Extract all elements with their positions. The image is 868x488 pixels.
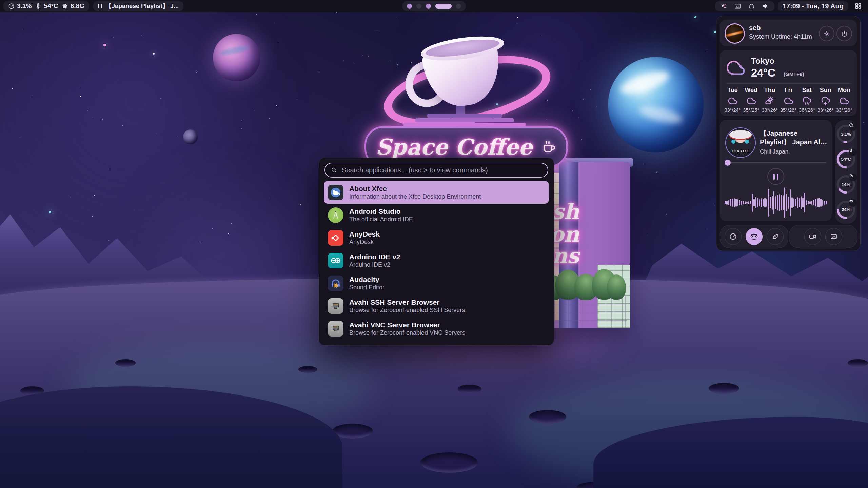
- dashboard-grid-icon: [854, 2, 862, 10]
- app-grid-button[interactable]: [852, 2, 865, 10]
- earth-planet: [608, 57, 704, 152]
- track-artist: Chill Japan.: [760, 148, 790, 155]
- eco-mode-button[interactable]: [767, 228, 784, 245]
- app-description: The official Android IDE: [349, 216, 413, 223]
- network-port-icon: [328, 298, 343, 314]
- gear-icon: [823, 30, 830, 37]
- system-gauges: 3.1% 54°C 14% 24%: [835, 120, 857, 224]
- pause-button[interactable]: [767, 168, 784, 185]
- small-moon: [183, 129, 198, 144]
- sun-cloud-icon: [765, 96, 775, 106]
- forecast-temps: 33°/24°: [724, 107, 741, 113]
- app-name: About Xfce: [349, 184, 481, 193]
- power-profile-switcher: [720, 225, 788, 248]
- purple-planet: [213, 34, 260, 81]
- coffee-cup-icon: [541, 139, 557, 155]
- notifications-bell-icon[interactable]: [748, 3, 755, 10]
- app-item-anydesk[interactable]: AnyDesk AnyDesk: [324, 226, 549, 249]
- app-description: Arduino IDE v2: [349, 261, 400, 269]
- app-item-arduino[interactable]: Arduino IDE v2 Arduino IDE v2: [324, 249, 549, 272]
- disk-icon: [849, 199, 857, 207]
- forecast-day-label: Sat: [802, 87, 812, 94]
- search-input[interactable]: [341, 166, 542, 175]
- avatar[interactable]: [725, 23, 745, 44]
- storm-cloud-icon: [821, 96, 831, 106]
- app-launcher: About Xfce Information about the Xfce De…: [319, 158, 554, 345]
- crater: [848, 359, 868, 367]
- forecast-day-label: Mon: [838, 87, 850, 94]
- search-bar[interactable]: [324, 163, 548, 178]
- android-studio-icon: [328, 207, 343, 223]
- clock: 17:09 - Tue, 19 Aug: [783, 2, 844, 10]
- balanced-mode-button[interactable]: [746, 228, 763, 245]
- workspace-dot[interactable]: [426, 4, 431, 9]
- now-playing-label: 【Japanese Playlist】 J...: [105, 2, 179, 10]
- settings-button[interactable]: [819, 26, 834, 41]
- divider: [726, 83, 851, 84]
- memory-stat: 6.8G: [62, 2, 84, 10]
- forecast-day-label: Fri: [784, 87, 792, 94]
- forecast-day: Wed 35°/25°: [743, 87, 759, 113]
- wallpaper-tray-icon[interactable]: [734, 3, 741, 10]
- forecast-temps: 35°/26°: [780, 107, 796, 113]
- chip-icon: [62, 3, 68, 9]
- crater: [115, 359, 136, 367]
- clock-pill[interactable]: 17:09 - Tue, 19 Aug: [778, 1, 848, 11]
- forecast-temps: 33°/26°: [836, 107, 852, 113]
- app-description: Browse for Zeroconf-enabled SSH Servers: [349, 307, 465, 314]
- forecast-day: Sat 36°/26°: [799, 87, 815, 113]
- volume-icon[interactable]: [762, 3, 769, 10]
- app-item-about-xfce[interactable]: About Xfce Information about the Xfce De…: [324, 181, 549, 204]
- search-icon: [331, 167, 337, 174]
- workspace-dot[interactable]: [416, 4, 421, 9]
- crater: [458, 385, 481, 393]
- system-uptime: System Uptime: 4h11m: [749, 33, 812, 40]
- forecast-temps: 33°/26°: [817, 107, 834, 113]
- app-name: Avahi VNC Server Browser: [349, 320, 465, 329]
- forecast-day-label: Sun: [820, 87, 831, 94]
- thermometer-icon: [35, 3, 41, 9]
- app-item-avahi-vnc[interactable]: Avahi VNC Server Browser Browse for Zero…: [324, 317, 549, 340]
- album-art-text: TOKYO L: [726, 149, 755, 153]
- top-bar: 3.1% 54°C 6.8G 【Japanese Playlist】 J...: [0, 0, 868, 12]
- performance-mode-button[interactable]: [725, 228, 742, 245]
- now-playing-pill[interactable]: 【Japanese Playlist】 J...: [93, 1, 183, 11]
- desktop: esh oon ans Space Coffee 3.1%: [0, 0, 868, 488]
- app-description: Browse for Zeroconf-enabled VNC Servers: [349, 329, 465, 337]
- screen-record-button[interactable]: [804, 228, 821, 245]
- forecast-day: Tue 33°/24°: [724, 87, 741, 113]
- power-button[interactable]: [836, 26, 852, 41]
- forecast-day-label: Thu: [764, 87, 775, 94]
- app-description: Information about the Xfce Desktop Envir…: [349, 193, 481, 201]
- app-name: AnyDesk: [349, 229, 380, 239]
- progress-bar[interactable]: [725, 162, 826, 163]
- pause-icon: [98, 4, 102, 8]
- system-stats-pill[interactable]: 3.1% 54°C 6.8G: [3, 1, 89, 11]
- temperature-gauge: 54°C: [836, 149, 856, 169]
- workspace-dot[interactable]: [407, 4, 412, 9]
- disk-gauge: 24%: [836, 200, 856, 220]
- app-item-avahi-ssh[interactable]: Avahi SSH Server Browser Browse for Zero…: [324, 294, 549, 317]
- forecast-day: Fri 35°/26°: [780, 87, 796, 113]
- screenshot-button[interactable]: [825, 228, 842, 245]
- weather-timezone: (GMT+9): [784, 71, 804, 77]
- workspace-dot-active[interactable]: [435, 4, 452, 9]
- app-item-android-studio[interactable]: Android Studio The official Android IDE: [324, 204, 549, 226]
- progress-knob[interactable]: [725, 160, 731, 166]
- tray-icons-pill: [715, 1, 774, 11]
- sign-tiers: [403, 114, 526, 127]
- shop-plants: [542, 267, 625, 301]
- cloud-icon: [746, 96, 756, 106]
- app-item-audacity[interactable]: Audacity Sound Editor: [324, 272, 549, 294]
- neon-sign-text: Space Coffee: [376, 134, 532, 160]
- track-title: 【Japanese Playlist】 Japan All Night - To…: [760, 129, 828, 146]
- app-description: AnyDesk: [349, 239, 380, 246]
- memory-gauge: 14%: [836, 175, 856, 194]
- tray-app-icon[interactable]: [721, 3, 727, 9]
- forecast-day: Mon 33°/26°: [836, 87, 852, 113]
- workspace-dot[interactable]: [456, 4, 461, 9]
- workspace-indicator[interactable]: [402, 1, 466, 11]
- app-name: Avahi SSH Server Browser: [349, 298, 465, 307]
- forecast-temps: 36°/26°: [799, 107, 815, 113]
- rain-cloud-icon: [802, 96, 812, 106]
